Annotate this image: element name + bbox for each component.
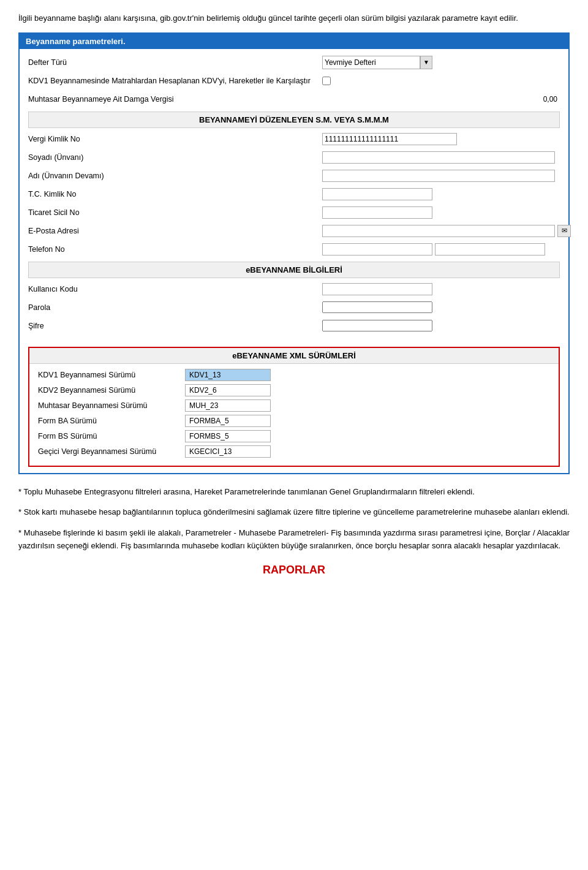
paragraph-1: * Toplu Muhasebe Entegrasyonu filtreleri… xyxy=(18,485,570,498)
formba-version-row: Form BA Sürümü FORMBA_5 xyxy=(38,415,550,427)
soyadi-input[interactable] xyxy=(322,151,555,164)
telefon-input-1[interactable] xyxy=(322,243,432,255)
defter-turu-row: Defter Türü Yevmiye Defteri ▼ xyxy=(28,55,560,70)
telefon-input-wrap xyxy=(322,243,560,255)
tc-kimlik-input-wrap xyxy=(322,188,560,200)
muh-version-row: Muhtasar Beyannamesi Sürümü MUH_23 xyxy=(38,399,550,412)
eposta-input[interactable] xyxy=(322,225,555,237)
muhtasar-damga-row: Muhtasar Beyannameye Ait Damga Vergisi 0… xyxy=(28,92,560,107)
kdv1-version-row: KDV1 Beyannamesi Sürümü KDV1_13 xyxy=(38,369,550,381)
soyadi-input-wrap xyxy=(322,151,560,164)
adi-input[interactable] xyxy=(322,170,555,182)
kdv2-version-value[interactable]: KDV2_6 xyxy=(185,384,271,396)
formbs-version-label: Form BS Sürümü xyxy=(38,432,185,441)
kullanici-kodu-row: Kullanıcı Kodu xyxy=(28,282,560,297)
parola-label: Parola xyxy=(28,303,322,312)
tc-kimlik-row: T.C. Kimlik No xyxy=(28,187,560,202)
gecici-version-row: Geçici Vergi Beyannamesi Sürümü KGECICI_… xyxy=(38,445,550,458)
defter-turu-select-arrow[interactable]: ▼ xyxy=(420,56,432,69)
defter-turu-input: Yevmiye Defteri ▼ xyxy=(322,56,560,69)
soyadi-row: Soyadı (Ünvanı) xyxy=(28,150,560,165)
formbs-version-row: Form BS Sürümü FORMBS_5 xyxy=(38,430,550,442)
formbs-version-value[interactable]: FORMBS_5 xyxy=(185,430,271,442)
muhtasar-damga-input: 0,00 xyxy=(322,95,560,104)
vergi-kimlik-label: Vergi Kimlik No xyxy=(28,135,322,143)
kdv1-compare-label: KDV1 Beyannamesinde Matrahlardan Hesapla… xyxy=(28,77,322,85)
eposta-input-wrap: ✉ xyxy=(322,225,571,237)
vergi-kimlik-row: Vergi Kimlik No xyxy=(28,132,560,146)
gecici-version-label: Geçici Vergi Beyannamesi Sürümü xyxy=(38,447,185,456)
tc-kimlik-label: T.C. Kimlik No xyxy=(28,190,322,199)
ticaret-sicil-input[interactable] xyxy=(322,206,432,219)
muhtasar-damga-label: Muhtasar Beyannameye Ait Damga Vergisi xyxy=(28,95,322,104)
kullanici-kodu-label: Kullanıcı Kodu xyxy=(28,285,322,293)
eposta-label: E-Posta Adresi xyxy=(28,227,322,235)
kdv1-compare-row: KDV1 Beyannamesinde Matrahlardan Hesapla… xyxy=(28,74,560,88)
muh-version-value[interactable]: MUH_23 xyxy=(185,399,271,412)
main-panel-content: Defter Türü Yevmiye Defteri ▼ KDV1 Beyan… xyxy=(20,49,568,473)
intro-text: İlgili beyanname başlığı alanı karşısına… xyxy=(18,12,570,25)
telefon-label: Telefon No xyxy=(28,245,322,254)
parola-input[interactable] xyxy=(322,301,432,313)
muhtasar-damga-value: 0,00 xyxy=(511,95,560,104)
kullanici-kodu-input-wrap xyxy=(322,283,560,295)
xml-versions-content: KDV1 Beyannamesi Sürümü KDV1_13 KDV2 Bey… xyxy=(29,364,559,466)
vergi-kimlik-input-wrap xyxy=(322,133,560,145)
telefon-input-2[interactable] xyxy=(435,243,545,255)
muh-version-label: Muhtasar Beyannamesi Sürümü xyxy=(38,401,185,410)
defter-turu-label: Defter Türü xyxy=(28,58,322,67)
sifre-label: Şifre xyxy=(28,322,322,330)
xml-versions-header: eBEYANNAME XML SÜRÜMLERİ xyxy=(29,348,559,364)
defter-turu-select[interactable]: Yevmiye Defteri xyxy=(322,56,420,69)
formba-version-label: Form BA Sürümü xyxy=(38,417,185,425)
kdv1-compare-checkbox[interactable] xyxy=(322,77,331,85)
kdv1-compare-input xyxy=(322,77,560,85)
paragraph-2: * Stok kartı muhasebe hesap bağlantıları… xyxy=(18,505,570,518)
telefon-row: Telefon No xyxy=(28,242,560,257)
paragraph-3: * Muhasebe fişlerinde ki basım şekli ile… xyxy=(18,526,570,553)
sifre-input[interactable] xyxy=(322,320,432,331)
kullanici-kodu-input[interactable] xyxy=(322,283,432,295)
kdv1-version-value[interactable]: KDV1_13 xyxy=(185,369,271,381)
sifre-input-wrap xyxy=(322,320,560,331)
adi-input-wrap xyxy=(322,170,560,182)
soyadi-label: Soyadı (Ünvanı) xyxy=(28,153,322,162)
tc-kimlik-input[interactable] xyxy=(322,188,432,200)
section2-header: eBEYANNAME BİLGİLERİ xyxy=(28,262,560,278)
adi-row: Adı (Ünvanın Devamı) xyxy=(28,168,560,183)
main-panel: Beyanname parametreleri. Defter Türü Yev… xyxy=(18,32,570,474)
vergi-kimlik-input[interactable] xyxy=(322,133,457,145)
section1-header: BEYANNAMEYİ DÜZENLEYEN S.M. VEYA S.M.M.M xyxy=(28,112,560,128)
kdv1-version-label: KDV1 Beyannamesi Sürümü xyxy=(38,371,185,379)
raporlar-heading: RAPORLAR xyxy=(18,564,570,577)
gecici-version-value[interactable]: KGECICI_13 xyxy=(185,445,271,458)
kdv2-version-row: KDV2 Beyannamesi Sürümü KDV2_6 xyxy=(38,384,550,396)
sifre-row: Şifre xyxy=(28,319,560,333)
ticaret-sicil-label: Ticaret Sicil No xyxy=(28,208,322,217)
main-panel-header: Beyanname parametreleri. xyxy=(20,34,568,49)
parola-input-wrap xyxy=(322,301,560,313)
xml-versions-box: eBEYANNAME XML SÜRÜMLERİ KDV1 Beyannames… xyxy=(28,347,560,467)
kdv2-version-label: KDV2 Beyannamesi Sürümü xyxy=(38,386,185,395)
ticaret-sicil-row: Ticaret Sicil No xyxy=(28,205,560,220)
formba-version-value[interactable]: FORMBA_5 xyxy=(185,415,271,427)
adi-label: Adı (Ünvanın Devamı) xyxy=(28,172,322,180)
ticaret-sicil-input-wrap xyxy=(322,206,560,219)
eposta-row: E-Posta Adresi ✉ xyxy=(28,224,560,238)
email-icon[interactable]: ✉ xyxy=(557,225,571,237)
parola-row: Parola xyxy=(28,300,560,315)
